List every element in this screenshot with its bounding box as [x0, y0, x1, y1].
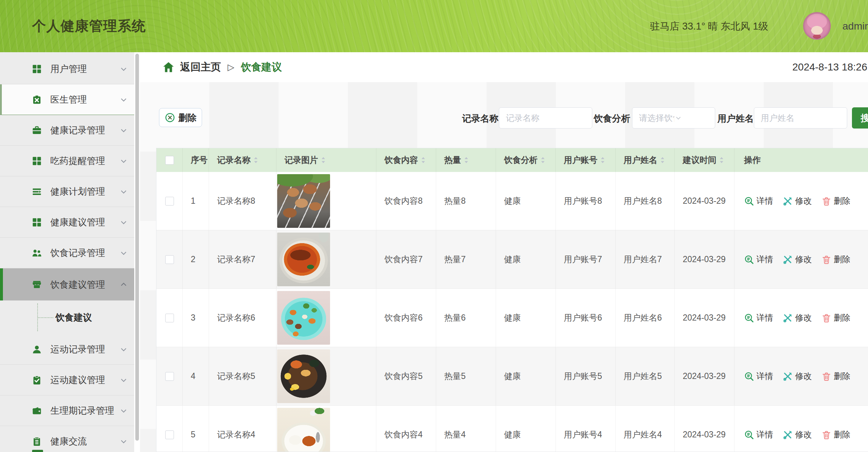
trash-icon: [821, 313, 832, 323]
cell-calorie: 热量5: [436, 347, 496, 405]
edit-button[interactable]: 修改: [783, 429, 812, 440]
sidebar-item-health-communication[interactable]: 健康交流: [0, 426, 136, 452]
grid-icon: [31, 64, 42, 74]
sidebar-item-exercise-advice-management[interactable]: 运动建议管理: [0, 365, 136, 395]
col-diet-analysis[interactable]: 饮食分析: [496, 148, 556, 172]
sidebar-item-label: 饮食建议管理: [50, 279, 105, 291]
detail-button[interactable]: 详情: [744, 429, 773, 440]
delete-button[interactable]: 删除: [821, 312, 850, 323]
col-record-image[interactable]: 记录图片: [276, 148, 376, 172]
cell-diet-content: 饮食内容7: [376, 230, 436, 288]
sidebar-item-diet-record-management[interactable]: 饮食记录管理: [0, 238, 136, 268]
cell-index: 4: [183, 347, 209, 405]
cell-record-name: 记录名称6: [209, 289, 276, 347]
batch-delete-button[interactable]: 删除: [159, 108, 202, 127]
medical-kit-icon: [31, 94, 42, 105]
cell-index: 3: [183, 289, 209, 347]
sidebar-item-user-management[interactable]: 用户管理: [0, 54, 136, 84]
sidebar-item-menstrual-record-management[interactable]: 生理期记录管理: [0, 395, 136, 426]
home-icon: [162, 61, 175, 74]
sidebar-item-label: 健康计划管理: [50, 185, 105, 198]
diet-analysis-select[interactable]: 请选择饮食分析: [632, 107, 715, 129]
circle-x-icon: [164, 112, 175, 123]
sidebar-item-health-record-management[interactable]: 健康记录管理: [0, 115, 136, 146]
edit-button[interactable]: 修改: [783, 371, 812, 382]
cell-record-name: 记录名称4: [209, 406, 276, 452]
chevron-down-icon: [119, 437, 128, 446]
row-checkbox[interactable]: [165, 314, 174, 322]
edit-button[interactable]: 修改: [783, 195, 812, 207]
chevron-down-icon: [119, 218, 128, 227]
cell-diet-analysis: 健康: [496, 172, 556, 230]
table-header-row: 序号 记录名称 记录图片 饮食内容 热量 饮食分析 用户账号 用户姓名 建议时间…: [156, 148, 868, 172]
cell-advice-time: 2024-03-29: [675, 289, 735, 347]
tools-icon: [783, 430, 793, 440]
grid-icon: [31, 156, 42, 166]
sidebar-item-label: 医生管理: [50, 93, 87, 106]
col-user-name[interactable]: 用户姓名: [616, 148, 675, 172]
detail-button[interactable]: 详情: [744, 254, 773, 265]
detail-button[interactable]: 详情: [744, 312, 773, 323]
weather-status: 驻马店 33.1° 晴 东北风 1级: [650, 0, 768, 52]
tools-icon: [783, 313, 793, 323]
cell-diet-analysis: 健康: [496, 406, 556, 452]
team-icon: [31, 248, 42, 258]
delete-button[interactable]: 删除: [821, 371, 850, 382]
delete-button[interactable]: 删除: [821, 254, 850, 265]
select-all-checkbox[interactable]: [165, 156, 174, 165]
user-icon: [31, 344, 42, 355]
delete-button[interactable]: 删除: [821, 195, 850, 207]
sidebar-item-exercise-record-management[interactable]: 运动记录管理: [0, 334, 136, 365]
sidebar-item-diet-advice[interactable]: 饮食建议: [0, 300, 136, 334]
sidebar-item-label: 运动建议管理: [50, 374, 105, 386]
delete-button[interactable]: 删除: [821, 429, 850, 440]
sidebar-item-doctor-management[interactable]: 医生管理: [0, 84, 136, 115]
edit-button[interactable]: 修改: [783, 312, 812, 323]
food-image: [277, 291, 330, 345]
wallet-icon: [31, 405, 42, 416]
row-checkbox[interactable]: [165, 372, 174, 381]
record-name-input[interactable]: [499, 107, 592, 129]
row-checkbox[interactable]: [165, 197, 174, 206]
sidebar-item-health-plan-management[interactable]: 健康计划管理: [0, 176, 136, 207]
cell-advice-time: 2024-03-29: [675, 406, 735, 452]
row-checkbox[interactable]: [165, 255, 174, 264]
col-record-name[interactable]: 记录名称: [209, 148, 276, 172]
cell-index: 5: [183, 406, 209, 452]
search-button[interactable]: 搜: [852, 107, 868, 129]
food-image: [277, 233, 330, 286]
sidebar-scrollbar-thumb[interactable]: [135, 54, 139, 441]
breadcrumb-home-link[interactable]: 返回主页: [180, 60, 221, 74]
sidebar-item-medication-reminder-management[interactable]: 吃药提醒管理: [0, 146, 136, 176]
col-user-account[interactable]: 用户账号: [556, 148, 616, 172]
avatar[interactable]: [803, 12, 831, 40]
col-advice-time[interactable]: 建议时间: [675, 148, 735, 172]
cell-user-name: 用户姓名4: [616, 406, 675, 452]
detail-icon: [744, 430, 754, 440]
cell-user-account: 用户账号5: [556, 347, 616, 405]
row-checkbox[interactable]: [165, 430, 174, 439]
cell-record-name: 记录名称8: [209, 172, 276, 230]
user-name-input[interactable]: [754, 107, 847, 129]
cell-calorie: 热量6: [436, 289, 496, 347]
col-calorie[interactable]: 热量: [436, 148, 496, 172]
trash-icon: [821, 430, 832, 440]
chevron-down-icon: [119, 406, 128, 415]
sidebar-item-diet-advice-management[interactable]: 饮食建议管理: [0, 268, 136, 300]
sidebar-item-label: 吃药提醒管理: [50, 155, 105, 167]
edit-button[interactable]: 修改: [783, 254, 812, 265]
app-window: 个人健康管理系统 驻马店 33.1° 晴 东北风 1级 admin 用户管理 医…: [0, 0, 868, 452]
briefcase-icon: [31, 125, 42, 136]
tree-line-horizontal: [38, 317, 53, 318]
detail-icon: [744, 254, 754, 265]
cell-calorie: 热量7: [436, 230, 496, 288]
sidebar: 用户管理 医生管理 健康记录管理 吃药提醒管理 健康计划管理: [0, 52, 140, 452]
sort-caret-icon: [600, 157, 605, 164]
sidebar-item-health-advice-management[interactable]: 健康建议管理: [0, 207, 136, 238]
trash-icon: [821, 371, 832, 382]
food-image: [277, 349, 330, 403]
detail-button[interactable]: 详情: [744, 195, 773, 207]
detail-button[interactable]: 详情: [744, 371, 773, 382]
col-diet-content[interactable]: 饮食内容: [376, 148, 436, 172]
diet-analysis-filter-label: 饮食分析: [594, 108, 630, 129]
